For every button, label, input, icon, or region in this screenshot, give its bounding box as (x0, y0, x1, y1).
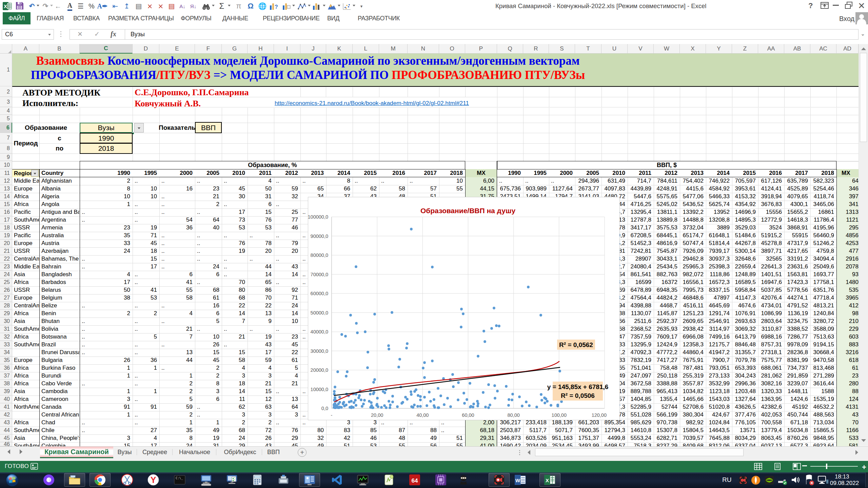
svg-text:C:\_: C:\_ (176, 476, 183, 480)
svg-text:100,00: 100,00 (552, 412, 567, 418)
svg-text:X: X (546, 477, 549, 483)
svg-text:0,0: 0,0 (321, 406, 328, 411)
svg-text:120,00: 120,00 (592, 412, 607, 418)
svg-text:90000,0: 90000,0 (311, 233, 328, 239)
svg-text:10000,0: 10000,0 (311, 387, 328, 392)
svg-text:R² = 0,0506: R² = 0,0506 (561, 392, 595, 399)
svg-text:R² = 0,0562: R² = 0,0562 (559, 341, 593, 348)
svg-text:80000,0: 80000,0 (311, 252, 328, 258)
svg-text:y = 145,85x + 6781,6: y = 145,85x + 6781,6 (547, 383, 609, 390)
svg-text:100000,0: 100000,0 (308, 214, 328, 220)
svg-text:30000,0: 30000,0 (311, 348, 328, 354)
svg-text:40000,0: 40000,0 (311, 329, 328, 334)
svg-text:W: W (515, 477, 520, 483)
svg-text:Y: Y (151, 475, 156, 485)
svg-text:40,00: 40,00 (416, 412, 429, 418)
svg-text:?: ? (275, 4, 278, 10)
svg-text:60000,0: 60000,0 (311, 291, 328, 296)
svg-text:20000,0: 20000,0 (311, 367, 328, 373)
svg-text:X: X (4, 3, 7, 9)
svg-text:60,00: 60,00 (462, 412, 474, 418)
svg-text:80,00: 80,00 (508, 412, 520, 418)
svg-text:Образование/ВВП на душу: Образование/ВВП на душу (420, 207, 515, 215)
svg-text:-: - (331, 412, 333, 418)
svg-text:50000,0: 50000,0 (311, 310, 328, 316)
svg-text:20,00: 20,00 (371, 412, 383, 418)
svg-text:70000,0: 70000,0 (311, 272, 328, 277)
svg-text:64: 64 (412, 477, 418, 484)
